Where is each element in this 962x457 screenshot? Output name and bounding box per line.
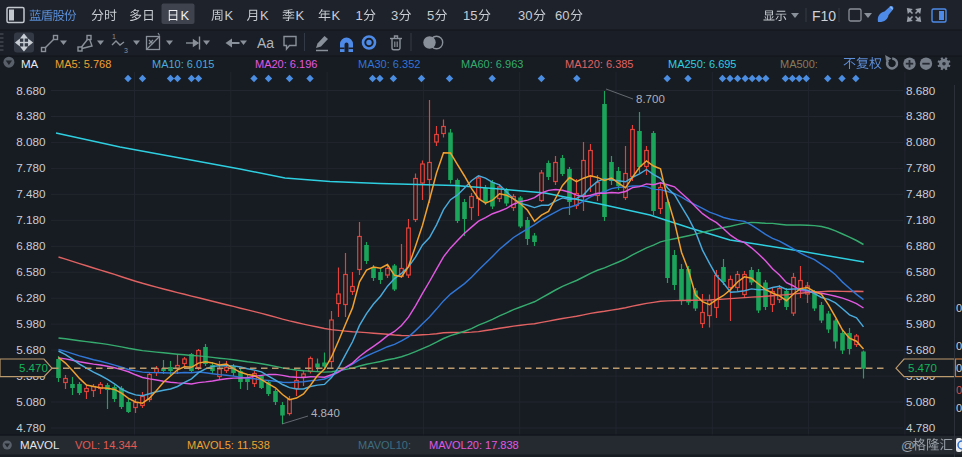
svg-text:K: K [296, 8, 305, 23]
svg-text:6.580: 6.580 [16, 265, 46, 278]
svg-text:MA500:: MA500: [780, 58, 818, 70]
svg-text:8.680: 8.680 [16, 84, 46, 97]
svg-text:7.180: 7.180 [906, 213, 936, 226]
svg-text:8.380: 8.380 [906, 109, 936, 122]
svg-text:5: 5 [427, 8, 434, 23]
svg-text:0: 0 [956, 402, 962, 414]
svg-text:5.080: 5.080 [16, 395, 46, 408]
svg-text:5.680: 5.680 [906, 343, 936, 356]
svg-text:MA: MA [21, 58, 39, 70]
svg-text:0: 0 [956, 384, 962, 396]
svg-text:MA120: 6.385: MA120: 6.385 [565, 58, 634, 70]
svg-text:1: 1 [356, 8, 363, 23]
svg-text:K: K [181, 8, 190, 23]
svg-text:MAVOL20: 17.838: MAVOL20: 17.838 [429, 439, 519, 451]
svg-text:0: 0 [956, 340, 962, 352]
svg-text:7.780: 7.780 [16, 161, 46, 174]
svg-text:60: 60 [555, 8, 569, 23]
svg-text:8.380: 8.380 [16, 109, 46, 122]
svg-text:VOL: 14.344: VOL: 14.344 [75, 439, 137, 451]
svg-text:8.080: 8.080 [906, 135, 936, 148]
svg-text:5.470: 5.470 [908, 362, 937, 374]
svg-text:3: 3 [124, 47, 128, 54]
svg-text:5.680: 5.680 [16, 343, 46, 356]
svg-text:MA10: 6.015: MA10: 6.015 [152, 58, 214, 70]
svg-text:7.780: 7.780 [906, 161, 936, 174]
svg-text:MA30: 6.352: MA30: 6.352 [358, 58, 420, 70]
svg-text:5.980: 5.980 [906, 317, 936, 330]
svg-text:4.780: 4.780 [906, 421, 936, 434]
svg-text:@: @ [901, 438, 915, 453]
svg-text:0: 0 [956, 362, 962, 374]
svg-text:4.780: 4.780 [16, 421, 46, 434]
svg-text:15: 15 [463, 8, 477, 23]
svg-text:Aa: Aa [257, 35, 274, 51]
svg-text:MA250: 6.695: MA250: 6.695 [668, 58, 737, 70]
svg-text:6.280: 6.280 [16, 291, 46, 304]
svg-text:6.880: 6.880 [906, 239, 936, 252]
svg-text:3: 3 [391, 8, 398, 23]
svg-text:8.700: 8.700 [636, 93, 665, 105]
svg-text:6.580: 6.580 [906, 265, 936, 278]
svg-text:K: K [260, 8, 269, 23]
svg-text:7.480: 7.480 [906, 187, 936, 200]
svg-text:MAVOL10:: MAVOL10: [358, 439, 411, 451]
svg-text:MA20: 6.196: MA20: 6.196 [255, 58, 317, 70]
svg-text:F10: F10 [812, 8, 836, 24]
svg-text:MAVOL: MAVOL [20, 439, 60, 451]
svg-text:6.880: 6.880 [16, 239, 46, 252]
svg-text:8.080: 8.080 [16, 135, 46, 148]
svg-text:4.840: 4.840 [311, 407, 340, 419]
svg-text:6.280: 6.280 [906, 291, 936, 304]
svg-text:MAVOL5: 11.538: MAVOL5: 11.538 [187, 439, 270, 451]
svg-text:K: K [332, 8, 341, 23]
svg-text:MA5: 5.768: MA5: 5.768 [55, 58, 111, 70]
svg-text:8.680: 8.680 [906, 84, 936, 97]
svg-text:5.980: 5.980 [16, 317, 46, 330]
svg-text:MA60: 6.963: MA60: 6.963 [461, 58, 523, 70]
svg-text:5.080: 5.080 [906, 395, 936, 408]
svg-text:7.180: 7.180 [16, 213, 46, 226]
svg-text:1: 1 [112, 33, 116, 40]
svg-text:5.470: 5.470 [19, 362, 48, 374]
svg-text:7.480: 7.480 [16, 187, 46, 200]
svg-text:K: K [225, 8, 234, 23]
svg-text:0: 0 [956, 302, 962, 314]
svg-text:30: 30 [518, 8, 532, 23]
